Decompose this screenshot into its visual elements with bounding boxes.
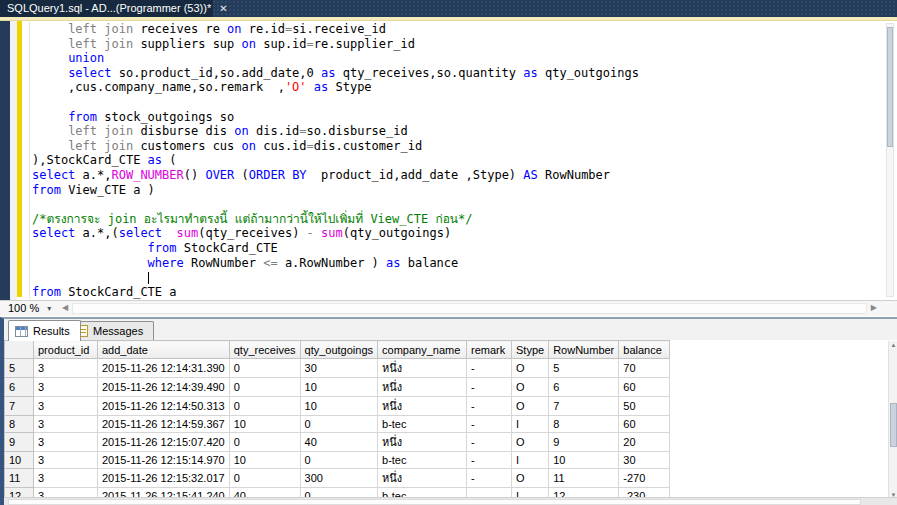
scroll-left-icon[interactable]: ◀ xyxy=(62,303,68,312)
grid-cell[interactable]: -270 xyxy=(619,469,670,488)
grid-cell[interactable]: - xyxy=(467,378,512,397)
column-header[interactable]: add_date xyxy=(98,341,230,359)
grid-cell[interactable]: 2015-11-26 12:14:50.313 xyxy=(98,397,230,416)
code-editor[interactable]: left join receives re on re.id=si.receiv… xyxy=(0,21,897,300)
grid-cell[interactable]: หนึ่ง xyxy=(378,469,467,488)
grid-cell[interactable]: 3 xyxy=(34,397,98,416)
grid-cell[interactable]: 20 xyxy=(619,433,670,452)
grid-cell[interactable]: หนึ่ง xyxy=(378,397,467,416)
grid-cell[interactable]: 0 xyxy=(300,452,378,469)
column-header[interactable]: company_name xyxy=(378,341,467,359)
editor-vertical-scrollbar[interactable] xyxy=(886,23,894,297)
column-header[interactable]: product_id xyxy=(34,341,98,359)
code-line: union xyxy=(32,51,883,66)
grid-cell[interactable]: - xyxy=(467,469,512,488)
grid-cell[interactable]: 0 xyxy=(229,378,300,397)
row-header[interactable]: 6 xyxy=(5,378,34,397)
grid-cell[interactable]: 2015-11-26 12:14:59.367 xyxy=(98,416,230,433)
grid-cell[interactable]: 0 xyxy=(229,397,300,416)
results-panel: Results Messages product_idadd_dateqty_r… xyxy=(0,317,897,505)
grid-cell[interactable]: 3 xyxy=(34,378,98,397)
grid-cell[interactable]: 0 xyxy=(229,433,300,452)
grid-cell[interactable]: 3 xyxy=(34,416,98,433)
grid-cell[interactable]: I xyxy=(512,452,549,469)
grid-cell[interactable]: 7 xyxy=(549,397,619,416)
grid-corner-cell[interactable] xyxy=(5,341,34,359)
grid-cell[interactable]: 8 xyxy=(549,416,619,433)
grid-cell[interactable]: O xyxy=(512,433,549,452)
grid-cell[interactable]: - xyxy=(467,359,512,378)
grid-cell[interactable]: หนึ่ง xyxy=(378,359,467,378)
grid-cell[interactable]: 3 xyxy=(34,452,98,469)
grid-cell[interactable]: 10 xyxy=(229,452,300,469)
column-header[interactable]: balance xyxy=(619,341,670,359)
grid-cell[interactable]: หนึ่ง xyxy=(378,378,467,397)
grid-cell[interactable]: 10 xyxy=(549,452,619,469)
grid-cell[interactable]: 0 xyxy=(229,469,300,488)
grid-cell[interactable]: O xyxy=(512,378,549,397)
grid-cell[interactable]: 6 xyxy=(549,378,619,397)
grid-cell[interactable]: 10 xyxy=(300,378,378,397)
scroll-right-icon[interactable]: ▶ xyxy=(871,303,877,312)
column-header[interactable]: qty_outgoings xyxy=(300,341,378,359)
tab-results-label: Results xyxy=(33,325,70,337)
grid-cell[interactable]: 30 xyxy=(300,359,378,378)
grid-cell[interactable]: 3 xyxy=(34,469,98,488)
grid-cell[interactable]: 30 xyxy=(619,452,670,469)
grid-cell[interactable]: O xyxy=(512,469,549,488)
grid-cell[interactable]: 10 xyxy=(300,397,378,416)
editor-zoom-select[interactable]: 100 % ▾ xyxy=(4,301,55,316)
grid-cell[interactable]: 50 xyxy=(619,397,670,416)
grid-cell[interactable]: 2015-11-26 12:15:14.970 xyxy=(98,452,230,469)
grid-cell[interactable]: b-tec xyxy=(378,452,467,469)
grid-vertical-scrollbar[interactable]: ▲ ▼ xyxy=(888,341,897,499)
grid-cell[interactable]: 2015-11-26 12:15:32.017 xyxy=(98,469,230,488)
grid-cell[interactable]: 11 xyxy=(549,469,619,488)
row-header[interactable]: 9 xyxy=(5,433,34,452)
grid-cell[interactable]: 0 xyxy=(229,359,300,378)
grid-vscroll-thumb[interactable] xyxy=(890,403,897,447)
column-header[interactable]: Stype xyxy=(512,341,549,359)
grid-cell[interactable]: 2015-11-26 12:15:07.420 xyxy=(98,433,230,452)
grid-cell[interactable]: - xyxy=(467,416,512,433)
document-tab[interactable]: SQLQuery1.sql - AD...(Programmer (53))* … xyxy=(0,0,213,17)
grid-cell[interactable]: 70 xyxy=(619,359,670,378)
row-header[interactable]: 5 xyxy=(5,359,34,378)
tab-results[interactable]: Results xyxy=(8,320,81,341)
grid-cell[interactable]: - xyxy=(467,433,512,452)
sql-code[interactable]: left join receives re on re.id=si.receiv… xyxy=(29,22,883,299)
grid-cell[interactable]: 3 xyxy=(34,433,98,452)
grid-horizontal-scrollbar[interactable] xyxy=(4,497,897,505)
grid-cell[interactable]: 0 xyxy=(300,416,378,433)
grid-cell[interactable]: 2015-11-26 12:14:39.490 xyxy=(98,378,230,397)
close-icon[interactable]: ✕ xyxy=(219,1,227,16)
column-header[interactable]: qty_receives xyxy=(229,341,300,359)
grid-cell[interactable]: 60 xyxy=(619,378,670,397)
grid-cell[interactable]: 10 xyxy=(229,416,300,433)
grid-cell[interactable]: O xyxy=(512,359,549,378)
grid-cell[interactable]: หนึ่ง xyxy=(378,433,467,452)
row-header[interactable]: 8 xyxy=(5,416,34,433)
grid-cell[interactable]: 9 xyxy=(549,433,619,452)
grid-cell[interactable]: 2015-11-26 12:14:31.390 xyxy=(98,359,230,378)
row-header[interactable]: 11 xyxy=(5,469,34,488)
row-header[interactable]: 10 xyxy=(5,452,34,469)
grid-cell[interactable]: 40 xyxy=(300,433,378,452)
grid-cell[interactable]: - xyxy=(467,397,512,416)
grid-cell[interactable]: 60 xyxy=(619,416,670,433)
results-grid[interactable]: product_idadd_dateqty_receivesqty_outgoi… xyxy=(4,340,670,505)
column-header[interactable]: remark xyxy=(467,341,512,359)
grid-cell[interactable]: O xyxy=(512,397,549,416)
scroll-up-icon[interactable]: ▲ xyxy=(889,342,897,348)
grid-cell[interactable]: b-tec xyxy=(378,416,467,433)
editor-vscroll-thumb[interactable] xyxy=(887,27,893,147)
row-header[interactable]: 7 xyxy=(5,397,34,416)
grid-cell[interactable]: 300 xyxy=(300,469,378,488)
editor-horizontal-scrollbar[interactable] xyxy=(72,303,867,314)
grid-cell[interactable]: 3 xyxy=(34,359,98,378)
grid-cell[interactable]: 5 xyxy=(549,359,619,378)
column-header[interactable]: RowNumber xyxy=(549,341,619,359)
grid-cell[interactable]: I xyxy=(512,416,549,433)
grid-cell[interactable]: - xyxy=(467,452,512,469)
tab-messages[interactable]: Messages xyxy=(70,321,154,340)
